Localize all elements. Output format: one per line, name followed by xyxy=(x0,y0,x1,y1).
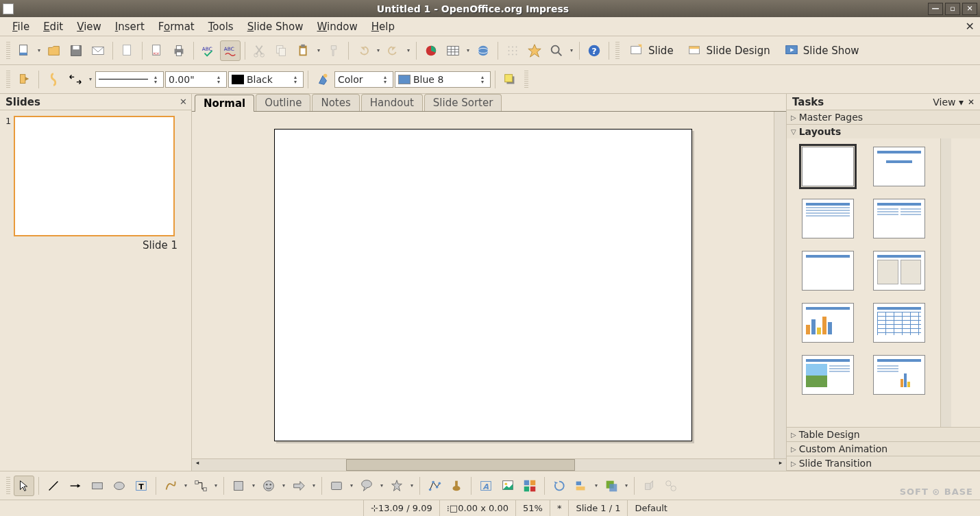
curve-dropdown[interactable]: ▾ xyxy=(182,476,189,496)
line-width-input[interactable]: 0.00" ▴▾ xyxy=(165,71,227,88)
text-tool[interactable]: T xyxy=(131,476,151,496)
table-design-header[interactable]: ▷Table Design xyxy=(787,428,980,441)
grid-button[interactable] xyxy=(502,40,523,61)
toolbar-grip-3[interactable] xyxy=(6,71,10,88)
cut-button[interactable] xyxy=(249,40,270,61)
close-tasks-panel-icon[interactable]: ✕ xyxy=(968,97,975,107)
arrow-ends-button[interactable] xyxy=(65,69,86,90)
extrude-tool[interactable] xyxy=(639,476,659,496)
arrow-tool[interactable] xyxy=(65,476,86,496)
master-pages-header[interactable]: ▷Master Pages xyxy=(787,110,980,124)
redo-button[interactable] xyxy=(383,40,404,61)
layout-clipart-text[interactable] xyxy=(802,355,854,395)
menu-insert[interactable]: Insert xyxy=(108,18,151,36)
toolbar-grip[interactable] xyxy=(6,42,10,60)
table-dropdown[interactable]: ▾ xyxy=(465,40,471,61)
new-button[interactable] xyxy=(14,40,34,61)
menu-format[interactable]: Format xyxy=(151,18,201,36)
navigator-button[interactable] xyxy=(524,40,545,61)
slides-list[interactable]: 1 Slide 1 xyxy=(0,110,191,471)
flowchart-tool[interactable] xyxy=(326,476,347,496)
layouts-header[interactable]: ▽Layouts xyxy=(787,125,980,138)
tab-normal[interactable]: Normal xyxy=(195,95,254,112)
glue-points-tool[interactable] xyxy=(446,476,467,496)
basic-shapes-tool[interactable] xyxy=(228,476,249,496)
menu-edit[interactable]: Edit xyxy=(36,18,70,36)
connector-tool[interactable] xyxy=(191,476,211,496)
tab-handout[interactable]: Handout xyxy=(361,94,423,111)
line-color-select[interactable]: Black ▴▾ xyxy=(228,71,304,88)
layout-title[interactable] xyxy=(873,147,925,186)
slide-transition-header[interactable]: ▷Slide Transition xyxy=(787,456,980,470)
slide-canvas[interactable] xyxy=(274,129,692,441)
toolbar-grip-5[interactable] xyxy=(6,477,10,495)
email-button[interactable] xyxy=(88,40,108,61)
stars-dropdown[interactable]: ▾ xyxy=(408,476,415,496)
slide-show-button[interactable]: Slide Show xyxy=(778,40,866,61)
arrow-style-button[interactable] xyxy=(14,69,34,90)
open-button[interactable] xyxy=(44,40,64,61)
maximize-button[interactable]: ▫ xyxy=(945,3,960,15)
tasks-view-menu[interactable]: View ▾ xyxy=(933,97,964,108)
layout-title-only[interactable] xyxy=(802,251,854,291)
status-zoom[interactable]: 51% xyxy=(515,500,550,516)
undo-button[interactable] xyxy=(353,40,373,61)
auto-spellcheck-button[interactable]: ABC xyxy=(220,40,241,61)
custom-animation-header[interactable]: ▷Custom Animation xyxy=(787,442,980,456)
arrange-dropdown[interactable]: ▾ xyxy=(623,476,630,496)
toolbar-grip-4[interactable] xyxy=(524,71,528,88)
table-button[interactable] xyxy=(443,40,463,61)
undo-dropdown[interactable]: ▾ xyxy=(375,40,382,61)
slide-button[interactable]: Slide xyxy=(623,40,680,61)
new-dropdown[interactable]: ▾ xyxy=(36,40,42,61)
edit-file-button[interactable] xyxy=(117,40,138,61)
curve-tool[interactable] xyxy=(160,476,181,496)
help-button[interactable]: ? xyxy=(584,40,604,61)
minimize-button[interactable]: — xyxy=(928,3,943,15)
tab-outline[interactable]: Outline xyxy=(256,94,310,111)
canvas-scroll[interactable] xyxy=(192,112,774,458)
rotate-tool[interactable] xyxy=(549,476,569,496)
layout-title-content[interactable] xyxy=(802,199,854,238)
line-tool[interactable] xyxy=(43,476,64,496)
fill-color-select[interactable]: Blue 8 ▴▾ xyxy=(395,71,491,88)
gallery-tool[interactable] xyxy=(519,476,540,496)
fill-style-select[interactable]: Color ▴▾ xyxy=(334,71,393,88)
layout-chart[interactable] xyxy=(802,303,854,343)
menu-tools[interactable]: Tools xyxy=(201,18,241,36)
close-slides-panel-icon[interactable]: ✕ xyxy=(180,97,187,107)
flowchart-dropdown[interactable]: ▾ xyxy=(348,476,355,496)
menu-help[interactable]: Help xyxy=(365,18,402,36)
slide-thumb[interactable] xyxy=(14,116,175,236)
ellipse-tool[interactable] xyxy=(109,476,130,496)
select-tool[interactable] xyxy=(14,476,34,496)
callouts-tool[interactable] xyxy=(356,476,377,496)
alignment-tool[interactable] xyxy=(571,476,591,496)
fontwork-tool[interactable]: A xyxy=(476,476,496,496)
arrange-tool[interactable] xyxy=(601,476,622,496)
line-color-button[interactable] xyxy=(43,69,64,90)
slide-thumbnail-1[interactable]: 1 xyxy=(5,116,186,236)
menu-window[interactable]: Window xyxy=(310,18,365,36)
chart-button[interactable] xyxy=(421,40,441,61)
arrow-ends-dropdown[interactable]: ▾ xyxy=(87,69,94,90)
layout-two-content[interactable] xyxy=(873,199,925,238)
zoom-dropdown[interactable]: ▾ xyxy=(568,40,575,61)
format-paintbrush-button[interactable] xyxy=(323,40,344,61)
symbol-shapes-dropdown[interactable]: ▾ xyxy=(280,476,287,496)
menu-slideshow[interactable]: Slide Show xyxy=(241,18,310,36)
toolbar-grip-2[interactable] xyxy=(615,42,620,60)
redo-dropdown[interactable]: ▾ xyxy=(405,40,412,61)
block-arrows-tool[interactable] xyxy=(289,476,309,496)
horizontal-scrollbar[interactable]: ◂ ▸ xyxy=(192,458,786,471)
symbol-shapes-tool[interactable] xyxy=(258,476,279,496)
close-document-icon[interactable]: ✕ xyxy=(966,20,975,33)
export-pdf-button[interactable]: PDF xyxy=(147,40,167,61)
shadow-button[interactable] xyxy=(500,69,520,90)
alignment-dropdown[interactable]: ▾ xyxy=(593,476,600,496)
basic-shapes-dropdown[interactable]: ▾ xyxy=(250,476,257,496)
layout-text-chart[interactable] xyxy=(873,355,925,395)
area-button[interactable] xyxy=(313,69,333,90)
save-button[interactable] xyxy=(66,40,86,61)
paste-dropdown[interactable]: ▾ xyxy=(315,40,322,61)
